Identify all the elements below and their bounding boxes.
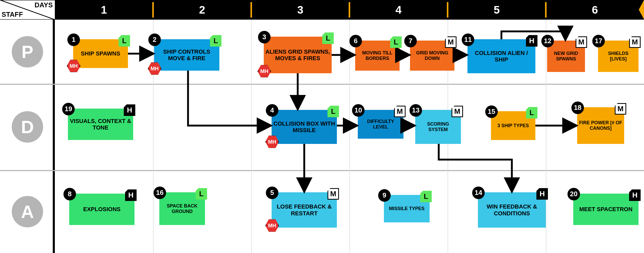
task-number-badge: 17 [592,35,605,47]
effort-tag: L [210,35,221,47]
row-separator [0,84,644,85]
task-number-badge: 20 [567,188,580,200]
task-card-5: LOSE FEEDBACK & RESTART5MMH [272,192,337,228]
effort-tag: M [327,188,339,200]
effort-tag: H [124,104,135,116]
days-header: 123456 [55,0,644,20]
days-axis-label: DAYS [34,1,53,9]
task-card-14: WIN FEEDBACK & CONDITIONS14H [478,192,546,228]
task-title: 3 SHIP TYPES [497,123,529,128]
staff-badge: D [12,111,43,143]
effort-tag: L [526,107,537,119]
staff-cell: P [0,20,55,84]
task-card-6: MOVING TILL BORDERS6L [355,41,400,71]
effort-tag: L [322,32,334,44]
task-number-badge: 6 [349,35,362,47]
day-header-cell: 5 [448,0,546,20]
task-title: GRID MOVING DOWN [412,50,453,61]
must-have-badge: MH [257,64,271,78]
task-title: SCORING SYSTEM [417,121,459,132]
task-title: VISUALS, CONTEXT & TONE [69,118,132,131]
task-number-badge: 14 [472,187,485,199]
must-have-badge: MH [265,219,279,232]
task-card-19: VISUALS, CONTEXT & TONE19H [68,109,133,140]
task-number-badge: 19 [62,103,75,115]
effort-tag: M [576,36,587,48]
task-card-2: SHIP CONTROLS MOVE & FIRE2LMH [154,39,219,71]
task-number-badge: 8 [63,188,76,200]
task-card-18: FIRE POWER [# OF CANONS]18M [577,107,624,144]
day-column-separator [546,20,546,253]
task-card-12: NEW GRID SPAWNS12M [547,41,585,72]
dependency-arrow [439,144,512,191]
must-have-badge: MH [67,59,80,73]
day-column-separator [153,20,154,253]
must-have-badge: MH [265,135,279,149]
effort-tag: L [327,106,339,117]
task-number-badge: 12 [541,35,554,47]
task-card-9: MISSILE TYPES9L [384,195,430,222]
staff-cell: A [0,170,55,253]
day-header-cell: 2 [153,0,251,20]
effort-tag: L [119,35,130,47]
task-card-7: GRID MOVING DOWN7M [410,41,454,71]
effort-tag: H [629,189,641,201]
effort-tag: M [452,106,463,117]
day-header-cell: 4 [349,0,448,20]
staff-column: PDA [0,20,55,253]
task-title: DIFFICULTY LEVEL [359,119,402,130]
task-title: MOVING TILL BORDERS [357,50,398,61]
effort-tag: M [615,103,626,115]
planning-board: DAYS STAFF 123456 PDA SHIP SPAWNS1LMHSHI… [0,0,644,253]
staff-badge: A [12,196,43,227]
task-number-badge: 18 [571,102,584,114]
task-title: WIN FEEDBACK & CONDITIONS [479,203,544,217]
effort-tag: M [629,36,641,48]
task-number-badge: 11 [462,33,474,46]
day-header-cell: 6 [546,0,644,20]
task-card-4: COLLISION BOX WITH MISSILE4LMH [272,110,337,144]
task-number-badge: 2 [148,33,161,46]
day-header-cell: 3 [251,0,349,20]
row-separator [0,170,644,171]
task-card-8: EXPLOSIONS8H [69,194,134,225]
task-card-15: 3 SHIP TYPES15L [491,111,535,140]
task-title: EXPLOSIONS [83,206,120,212]
task-number-badge: 15 [485,105,498,118]
task-number-badge: 10 [352,104,365,117]
task-title: SPACE BACK GROUND [161,203,203,214]
task-number-badge: 1 [67,33,80,46]
task-card-11: COLLISION ALIEN / SHIP11H [467,39,535,73]
task-title: COLLISION ALIEN / SHIP [469,50,534,63]
task-card-1: SHIP SPAWNS1LMH [73,39,128,68]
dependency-arrow [188,71,270,126]
task-card-13: SCORING SYSTEM13M [415,110,461,144]
timeline-arrow-icon [639,0,644,19]
effort-tag: H [536,188,548,200]
task-title: SHIELDS [LIVES] [600,51,637,61]
effort-tag: H [125,189,137,201]
task-title: MEET SPACETRON [579,206,633,212]
staff-axis-label: STAFF [2,10,23,19]
effort-tag: L [420,191,432,202]
task-card-3: ALIENS GRID SPAWNS, MOVES & FIRES3LMH [264,37,332,73]
effort-tag: L [390,36,402,48]
task-title: NEW GRID SPAWNS [549,51,583,61]
staff-cell: D [0,84,55,170]
staff-badge: P [12,36,43,68]
effort-tag: L [196,188,207,200]
task-number-badge: 9 [378,189,391,202]
task-title: ALIENS GRID SPAWNS, MOVES & FIRES [265,48,330,62]
task-title: SHIP SPAWNS [81,50,120,57]
task-title: LOSE FEEDBACK & RESTART [273,203,335,217]
effort-tag: H [526,35,537,47]
task-number-badge: 5 [266,187,278,199]
header-corner: DAYS STAFF [0,0,55,20]
day-column-separator [349,20,350,253]
task-number-badge: 3 [258,31,271,43]
effort-tag: M [394,106,406,117]
task-number-badge: 16 [154,187,166,199]
task-title: SHIP CONTROLS MOVE & FIRE [156,48,218,62]
task-card-20: MEET SPACETRON20H [573,194,639,225]
day-header-cell: 1 [55,0,153,20]
